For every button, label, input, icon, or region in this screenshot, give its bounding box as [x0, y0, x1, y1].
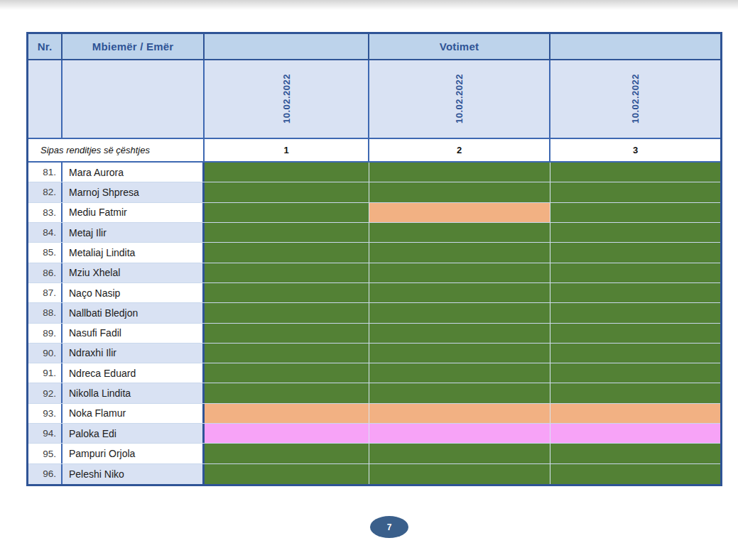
row-number: 83.: [28, 203, 63, 222]
vote-date-3: 10.02.2022: [630, 74, 641, 123]
vote-cell-green: [205, 182, 369, 202]
vote-cell-green: [369, 263, 550, 282]
member-name: Metaliaj Lindita: [63, 243, 205, 262]
row-number: 90.: [28, 344, 63, 363]
page-number-badge: 7: [370, 516, 408, 538]
table-row: 89.Nasufi Fadil: [28, 324, 720, 344]
vote-cell-green: [205, 363, 369, 383]
row-number: 85.: [28, 243, 63, 262]
order-label: Sipas renditjes së çështjes: [28, 145, 150, 155]
vote-cell-green: [369, 344, 550, 363]
table-row: 83.Mediu Fatmir: [28, 203, 720, 223]
vote-cell-pink: [205, 424, 369, 443]
vote-cell-green: [550, 203, 720, 222]
member-name: Metaj Ilir: [63, 223, 205, 242]
vote-cell-green: [205, 243, 369, 262]
member-name: Noka Flamur: [63, 404, 205, 423]
row-number: 89.: [28, 324, 63, 343]
member-name: Peleshi Niko: [63, 464, 205, 484]
vote-cell-green: [205, 324, 369, 343]
member-name: Naço Nasip: [63, 283, 205, 302]
vote-cell-green: [550, 363, 720, 383]
vote-cell-green: [550, 163, 720, 182]
page-top-shadow: [0, 0, 738, 10]
vote-cell-green: [550, 464, 720, 484]
vote-cell-green: [550, 182, 720, 202]
vote-cell-green: [550, 383, 720, 402]
votimet-label: Votimet: [440, 40, 479, 53]
order-label-cell: Sipas renditjes së çështjes: [28, 139, 205, 161]
vote-cell-green: [369, 163, 550, 182]
date-header-1: 10.02.2022: [205, 60, 369, 138]
order-row: Sipas renditjes së çështjes 1 2 3: [28, 139, 720, 163]
vote-number-2: 2: [369, 139, 550, 161]
date-header-spacer-nr: [28, 60, 63, 138]
vote-cell-orange: [369, 404, 550, 423]
table-row: 94.Paloka Edi: [28, 424, 720, 444]
row-number: 94.: [28, 424, 63, 443]
vote-cell-green: [550, 263, 720, 282]
vote-cell-green: [205, 303, 369, 322]
vote-cell-green: [369, 303, 550, 322]
member-name: Mara Aurora: [63, 163, 205, 182]
row-number: 84.: [28, 223, 63, 242]
nr-column-label: Nr.: [38, 40, 53, 53]
member-name: Marnoj Shpresa: [63, 182, 205, 202]
table-row: 85.Metaliaj Lindita: [28, 243, 720, 263]
header-cell-name: Mbiemër / Emër: [63, 34, 205, 59]
table-row: 93.Noka Flamur: [28, 404, 720, 424]
vote-number-1: 1: [205, 139, 369, 161]
vote-cell-green: [205, 263, 369, 282]
header-cell-vote-3: [550, 34, 720, 59]
vote-cell-green: [550, 303, 720, 322]
member-name: Nasufi Fadil: [63, 324, 205, 343]
member-name: Paloka Edi: [63, 424, 205, 443]
row-number: 86.: [28, 263, 63, 282]
table-row: 87.Naço Nasip: [28, 283, 720, 303]
row-number: 82.: [28, 182, 63, 202]
name-column-label: Mbiemër / Emër: [92, 40, 174, 53]
vote-cell-green: [550, 444, 720, 463]
member-name: Mediu Fatmir: [63, 203, 205, 222]
vote-cell-green: [205, 444, 369, 463]
row-number: 81.: [28, 163, 63, 182]
table-row: 90.Ndraxhi Ilir: [28, 344, 720, 363]
vote-cell-green: [369, 243, 550, 262]
vote-cell-pink: [369, 424, 550, 443]
vote-cell-green: [205, 383, 369, 402]
table-row: 91.Ndreca Eduard: [28, 363, 720, 383]
vote-cell-green: [369, 324, 550, 343]
vote-cell-green: [550, 324, 720, 343]
vote-cell-orange: [550, 404, 720, 423]
vote-cell-green: [550, 344, 720, 363]
header-cell-vote-1: [205, 34, 369, 59]
vote-date-2: 10.02.2022: [454, 74, 465, 123]
table-row: 96.Peleshi Niko: [28, 464, 720, 484]
member-name: Mziu Xhelal: [63, 263, 205, 282]
table-row: 95.Pampuri Orjola: [28, 444, 720, 463]
vote-cell-green: [369, 464, 550, 484]
vote-cell-green: [369, 182, 550, 202]
member-rows: 81.Mara Aurora82.Marnoj Shpresa83.Mediu …: [28, 163, 720, 484]
header-cell-votimet: Votimet: [369, 34, 550, 59]
member-name: Nikolla Lindita: [63, 383, 205, 402]
vote-cell-orange: [369, 203, 550, 222]
table-row: 81.Mara Aurora: [28, 163, 720, 182]
vote-cell-green: [205, 464, 369, 484]
row-number: 96.: [28, 464, 63, 484]
table-row: 86.Mziu Xhelal: [28, 263, 720, 283]
row-number: 93.: [28, 404, 63, 423]
vote-cell-green: [205, 283, 369, 302]
vote-cell-green: [205, 344, 369, 363]
header-cell-nr: Nr.: [28, 34, 63, 59]
member-name: Nallbati Bledjon: [63, 303, 205, 322]
vote-cell-green: [205, 203, 369, 222]
member-name: Ndreca Eduard: [63, 363, 205, 383]
vote-number-3: 3: [550, 139, 720, 161]
voting-table: Nr. Mbiemër / Emër Votimet 10.02.2022 10…: [26, 32, 722, 486]
table-header-row: Nr. Mbiemër / Emër Votimet: [28, 34, 720, 60]
vote-cell-green: [369, 363, 550, 383]
row-number: 88.: [28, 303, 63, 322]
date-header-spacer-name: [63, 60, 205, 138]
date-header-row: 10.02.2022 10.02.2022 10.02.2022: [28, 60, 720, 139]
